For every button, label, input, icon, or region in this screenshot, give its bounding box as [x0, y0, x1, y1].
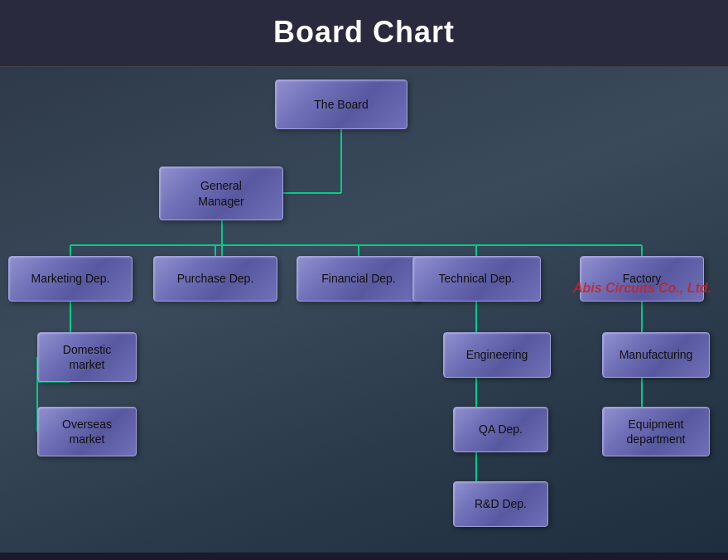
general-manager-box: GeneralManager: [159, 167, 283, 220]
engineering-label: Engineering: [466, 347, 528, 362]
domestic-market-label: Domesticmarket: [63, 342, 111, 372]
engineering-box: Engineering: [443, 332, 551, 378]
financial-dep-label: Financial Dep.: [321, 271, 396, 286]
factory-label: Factory: [623, 271, 662, 286]
manufacturing-box: Manufacturing: [602, 332, 710, 378]
purchase-dep-label: Purchase Dep.: [177, 271, 254, 286]
marketing-dep-box: Marketing Dep.: [8, 256, 133, 302]
rd-dep-box: R&D Dep.: [453, 481, 548, 527]
manufacturing-label: Manufacturing: [620, 347, 693, 362]
overseas-market-box: Overseasmarket: [37, 407, 137, 456]
the-board-label: The Board: [314, 97, 368, 112]
purchase-dep-box: Purchase Dep.: [153, 256, 277, 302]
technical-dep-label: Technical Dep.: [439, 271, 515, 286]
chart-area: The Board GeneralManager Marketing Dep. …: [0, 67, 728, 553]
qa-dep-label: QA Dep.: [479, 422, 523, 437]
factory-box: Factory: [580, 256, 704, 302]
rd-dep-label: R&D Dep.: [475, 496, 527, 511]
qa-dep-box: QA Dep.: [453, 407, 548, 452]
general-manager-label: GeneralManager: [198, 178, 243, 208]
connector-lines: [0, 67, 728, 553]
financial-dep-box: Financial Dep.: [297, 256, 421, 302]
page-title: Board Chart: [0, 15, 728, 50]
page-title-bar: Board Chart: [0, 0, 728, 67]
marketing-dep-label: Marketing Dep.: [31, 271, 110, 286]
overseas-market-label: Overseasmarket: [62, 417, 112, 447]
equipment-dept-label: Equipmentdepartment: [627, 417, 686, 447]
domestic-market-box: Domesticmarket: [37, 332, 137, 382]
technical-dep-box: Technical Dep.: [412, 256, 541, 302]
equipment-dept-box: Equipmentdepartment: [602, 407, 710, 456]
the-board-box: The Board: [275, 80, 407, 129]
